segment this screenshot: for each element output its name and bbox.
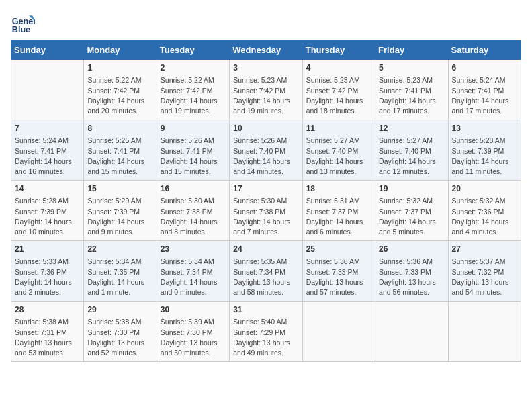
- cell-content: Sunrise: 5:24 AM Sunset: 7:41 PM Dayligh…: [15, 136, 80, 177]
- cell-content: Sunrise: 5:32 AM Sunset: 7:36 PM Dayligh…: [452, 196, 517, 237]
- day-number: 1: [87, 62, 152, 74]
- calendar-cell: 29Sunrise: 5:38 AM Sunset: 7:30 PM Dayli…: [84, 302, 157, 362]
- day-number: 2: [161, 62, 226, 74]
- calendar-table: SundayMondayTuesdayWednesdayThursdayFrid…: [11, 40, 521, 362]
- day-number: 25: [306, 244, 371, 255]
- day-number: 18: [306, 183, 371, 195]
- calendar-cell: 8Sunrise: 5:25 AM Sunset: 7:41 PM Daylig…: [84, 120, 157, 181]
- cell-content: Sunrise: 5:31 AM Sunset: 7:37 PM Dayligh…: [306, 196, 371, 237]
- calendar-cell: 22Sunrise: 5:34 AM Sunset: 7:35 PM Dayli…: [84, 241, 157, 302]
- cell-content: Sunrise: 5:25 AM Sunset: 7:41 PM Dayligh…: [87, 136, 152, 177]
- calendar-cell: 11Sunrise: 5:27 AM Sunset: 7:40 PM Dayli…: [302, 120, 375, 181]
- day-number: 4: [306, 62, 371, 74]
- cell-content: Sunrise: 5:22 AM Sunset: 7:42 PM Dayligh…: [161, 75, 226, 116]
- calendar-row-3: 21Sunrise: 5:33 AM Sunset: 7:36 PM Dayli…: [11, 241, 521, 302]
- calendar-cell: 16Sunrise: 5:30 AM Sunset: 7:38 PM Dayli…: [157, 181, 229, 241]
- day-number: 17: [233, 183, 298, 195]
- day-number: 20: [452, 183, 517, 195]
- logo-icon: General Blue: [11, 11, 35, 35]
- cell-content: Sunrise: 5:24 AM Sunset: 7:41 PM Dayligh…: [452, 75, 517, 116]
- day-number: 8: [87, 123, 152, 134]
- cell-content: Sunrise: 5:38 AM Sunset: 7:31 PM Dayligh…: [15, 317, 80, 358]
- calendar-cell: 23Sunrise: 5:34 AM Sunset: 7:34 PM Dayli…: [157, 241, 229, 302]
- col-header-sunday: Sunday: [11, 41, 84, 60]
- cell-content: Sunrise: 5:32 AM Sunset: 7:37 PM Dayligh…: [379, 196, 444, 237]
- calendar-cell: 6Sunrise: 5:24 AM Sunset: 7:41 PM Daylig…: [448, 60, 521, 120]
- calendar-row-4: 28Sunrise: 5:38 AM Sunset: 7:31 PM Dayli…: [11, 302, 521, 362]
- day-number: 27: [452, 244, 517, 255]
- calendar-cell: 4Sunrise: 5:23 AM Sunset: 7:42 PM Daylig…: [302, 60, 375, 120]
- cell-content: Sunrise: 5:35 AM Sunset: 7:34 PM Dayligh…: [233, 257, 298, 298]
- calendar-cell: 13Sunrise: 5:28 AM Sunset: 7:39 PM Dayli…: [448, 120, 521, 181]
- day-number: 7: [15, 123, 80, 134]
- day-number: 29: [87, 304, 152, 316]
- day-number: 12: [379, 123, 444, 134]
- col-header-saturday: Saturday: [448, 41, 521, 60]
- cell-content: Sunrise: 5:27 AM Sunset: 7:40 PM Dayligh…: [379, 136, 444, 177]
- day-number: 24: [233, 244, 298, 255]
- calendar-cell: 5Sunrise: 5:23 AM Sunset: 7:41 PM Daylig…: [375, 60, 448, 120]
- cell-content: Sunrise: 5:34 AM Sunset: 7:34 PM Dayligh…: [161, 257, 226, 298]
- cell-content: Sunrise: 5:26 AM Sunset: 7:40 PM Dayligh…: [233, 136, 298, 177]
- calendar-cell: 24Sunrise: 5:35 AM Sunset: 7:34 PM Dayli…: [230, 241, 302, 302]
- header: General Blue: [11, 11, 521, 35]
- calendar-cell: 14Sunrise: 5:28 AM Sunset: 7:39 PM Dayli…: [11, 181, 84, 241]
- calendar-cell: 27Sunrise: 5:37 AM Sunset: 7:32 PM Dayli…: [448, 241, 521, 302]
- calendar-cell: [448, 302, 521, 362]
- day-number: 19: [379, 183, 444, 195]
- calendar-cell: 18Sunrise: 5:31 AM Sunset: 7:37 PM Dayli…: [302, 181, 375, 241]
- cell-content: Sunrise: 5:22 AM Sunset: 7:42 PM Dayligh…: [87, 75, 152, 116]
- col-header-thursday: Thursday: [302, 41, 375, 60]
- day-number: 10: [233, 123, 298, 134]
- cell-content: Sunrise: 5:39 AM Sunset: 7:30 PM Dayligh…: [161, 317, 226, 358]
- cell-content: Sunrise: 5:23 AM Sunset: 7:42 PM Dayligh…: [233, 75, 298, 116]
- calendar-cell: [375, 302, 448, 362]
- calendar-cell: 28Sunrise: 5:38 AM Sunset: 7:31 PM Dayli…: [11, 302, 84, 362]
- cell-content: Sunrise: 5:37 AM Sunset: 7:32 PM Dayligh…: [452, 257, 517, 298]
- calendar-cell: [302, 302, 375, 362]
- cell-content: Sunrise: 5:30 AM Sunset: 7:38 PM Dayligh…: [233, 196, 298, 237]
- cell-content: Sunrise: 5:28 AM Sunset: 7:39 PM Dayligh…: [452, 136, 517, 177]
- day-number: 22: [87, 244, 152, 255]
- col-header-monday: Monday: [84, 41, 157, 60]
- day-number: 11: [306, 123, 371, 134]
- cell-content: Sunrise: 5:33 AM Sunset: 7:36 PM Dayligh…: [15, 257, 80, 298]
- cell-content: Sunrise: 5:27 AM Sunset: 7:40 PM Dayligh…: [306, 136, 371, 177]
- day-number: 9: [161, 123, 226, 134]
- cell-content: Sunrise: 5:34 AM Sunset: 7:35 PM Dayligh…: [87, 257, 152, 298]
- day-number: 16: [161, 183, 226, 195]
- cell-content: Sunrise: 5:38 AM Sunset: 7:30 PM Dayligh…: [87, 317, 152, 358]
- day-number: 23: [161, 244, 226, 255]
- calendar-cell: [11, 60, 84, 120]
- cell-content: Sunrise: 5:29 AM Sunset: 7:39 PM Dayligh…: [87, 196, 152, 237]
- day-number: 26: [379, 244, 444, 255]
- calendar-cell: 9Sunrise: 5:26 AM Sunset: 7:41 PM Daylig…: [157, 120, 229, 181]
- day-number: 15: [87, 183, 152, 195]
- calendar-cell: 17Sunrise: 5:30 AM Sunset: 7:38 PM Dayli…: [230, 181, 302, 241]
- calendar-cell: 1Sunrise: 5:22 AM Sunset: 7:42 PM Daylig…: [84, 60, 157, 120]
- cell-content: Sunrise: 5:36 AM Sunset: 7:33 PM Dayligh…: [306, 257, 371, 298]
- calendar-cell: 21Sunrise: 5:33 AM Sunset: 7:36 PM Dayli…: [11, 241, 84, 302]
- calendar-cell: 25Sunrise: 5:36 AM Sunset: 7:33 PM Dayli…: [302, 241, 375, 302]
- day-number: 5: [379, 62, 444, 74]
- calendar-cell: 19Sunrise: 5:32 AM Sunset: 7:37 PM Dayli…: [375, 181, 448, 241]
- calendar-cell: 3Sunrise: 5:23 AM Sunset: 7:42 PM Daylig…: [230, 60, 302, 120]
- calendar-cell: 2Sunrise: 5:22 AM Sunset: 7:42 PM Daylig…: [157, 60, 229, 120]
- day-number: 28: [15, 304, 80, 316]
- calendar-cell: 10Sunrise: 5:26 AM Sunset: 7:40 PM Dayli…: [230, 120, 302, 181]
- cell-content: Sunrise: 5:23 AM Sunset: 7:41 PM Dayligh…: [379, 75, 444, 116]
- calendar-cell: 31Sunrise: 5:40 AM Sunset: 7:29 PM Dayli…: [230, 302, 302, 362]
- col-header-wednesday: Wednesday: [230, 41, 302, 60]
- day-number: 31: [233, 304, 298, 316]
- day-number: 21: [15, 244, 80, 255]
- cell-content: Sunrise: 5:36 AM Sunset: 7:33 PM Dayligh…: [379, 257, 444, 298]
- cell-content: Sunrise: 5:40 AM Sunset: 7:29 PM Dayligh…: [233, 317, 298, 358]
- calendar-cell: 30Sunrise: 5:39 AM Sunset: 7:30 PM Dayli…: [157, 302, 229, 362]
- calendar-cell: 20Sunrise: 5:32 AM Sunset: 7:36 PM Dayli…: [448, 181, 521, 241]
- calendar-row-2: 14Sunrise: 5:28 AM Sunset: 7:39 PM Dayli…: [11, 181, 521, 241]
- day-number: 14: [15, 183, 80, 195]
- cell-content: Sunrise: 5:23 AM Sunset: 7:42 PM Dayligh…: [306, 75, 371, 116]
- calendar-row-1: 7Sunrise: 5:24 AM Sunset: 7:41 PM Daylig…: [11, 120, 521, 181]
- calendar-row-0: 1Sunrise: 5:22 AM Sunset: 7:42 PM Daylig…: [11, 60, 521, 120]
- day-number: 13: [452, 123, 517, 134]
